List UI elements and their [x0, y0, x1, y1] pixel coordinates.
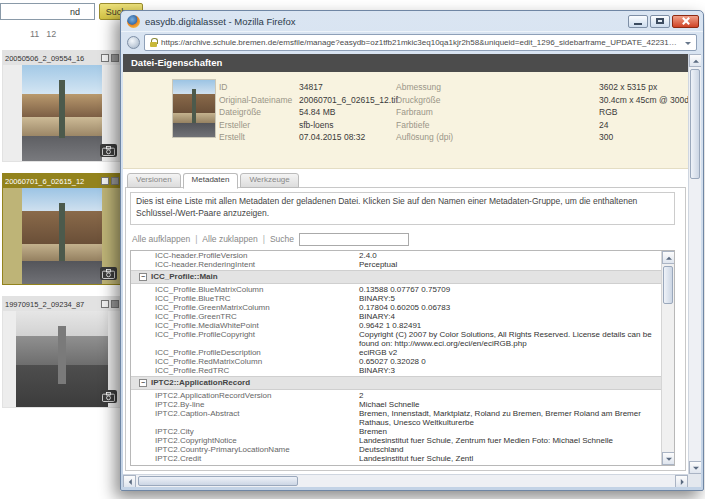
metadata-value: BINARY:3	[359, 366, 661, 375]
file-info-row: Dateigröße54.84 MB	[219, 106, 398, 119]
item-photo[interactable]	[3, 65, 121, 161]
scroll-right-button[interactable]	[675, 475, 688, 487]
minimize-button[interactable]	[628, 15, 648, 28]
file-info-row: Druckgröße30.4cm x 45cm @ 300dpi	[396, 94, 696, 107]
search-input[interactable]	[0, 3, 95, 20]
scroll-up-button[interactable]	[689, 54, 701, 67]
item-photo[interactable]	[3, 311, 121, 407]
site-identity-icon[interactable]	[127, 36, 140, 49]
metadata-description: Dies ist eine Liste mit allen Metadaten …	[130, 192, 675, 225]
scroll-down-button[interactable]	[662, 452, 675, 465]
metadata-row: ICC_Profile.ProfileCopyrightCopyright (C…	[131, 330, 661, 348]
metadata-group-header[interactable]: −IPTC2::ApplicationRecord	[131, 376, 661, 390]
page-link-11[interactable]: 11	[30, 29, 39, 39]
metadata-value: Landesinstitut fuer Schule, Zentl	[359, 454, 661, 463]
info-label: Auflösung (dpi)	[396, 131, 599, 144]
info-label: Farbraum	[396, 106, 599, 119]
metadata-key: ICC-header.ProfileVersion	[131, 251, 359, 260]
add-to-selection-icon[interactable]	[101, 54, 109, 62]
info-label: Abmessung	[396, 81, 599, 94]
metadata-row: ICC-header.RenderingIntentPerceptual	[131, 260, 661, 269]
camera-icon[interactable]	[100, 390, 117, 403]
tab-werkzeuge[interactable]: Werkzeuge	[240, 173, 298, 188]
url-text: https://archive.schule.bremen.de/emsfile…	[161, 38, 681, 47]
metadata-group-header[interactable]: −ICC_Profile::Main	[131, 270, 661, 284]
tab-versionen[interactable]: Versionen	[127, 173, 181, 188]
file-info-row: FarbraumRGB	[396, 106, 696, 119]
checkbox-icon[interactable]	[111, 300, 119, 308]
collapse-icon[interactable]: −	[139, 273, 147, 281]
close-button[interactable]	[672, 15, 699, 28]
dialog-title: Datei-Eigenschaften	[123, 54, 688, 72]
scrollbar-thumb[interactable]	[138, 476, 298, 486]
tab-metadaten[interactable]: Metadaten	[183, 173, 239, 189]
checkbox-icon[interactable]	[111, 177, 119, 185]
metadata-row: ICC_Profile.RedMatrixColumn0.65027 0.320…	[131, 357, 661, 366]
info-value: 3602 x 5315 px	[599, 81, 657, 94]
scroll-down-button[interactable]	[689, 461, 701, 474]
metadata-row: ICC_Profile.BlueMatrixColumn0.13588 0.07…	[131, 285, 661, 294]
group-name: IPTC2::ApplicationRecord	[151, 377, 250, 389]
camera-glyph	[102, 146, 115, 156]
metadata-row: ICC_Profile.RedTRCBINARY:3	[131, 366, 661, 375]
url-dropdown-icon[interactable]	[685, 42, 691, 48]
metadata-search-input[interactable]	[299, 233, 409, 246]
maximize-icon	[656, 18, 664, 24]
info-value: 34817	[299, 81, 323, 94]
gallery-list: 20050506_2_09554_1620060701_6_02615_1219…	[2, 50, 122, 419]
gallery-item[interactable]: 19970915_2_09234_87	[2, 296, 122, 408]
metadata-key: IPTC2.Credit	[131, 454, 359, 463]
page-vertical-scrollbar[interactable]	[688, 54, 701, 474]
metadata-row: IPTC2.By-lineMichael Schnelle	[131, 400, 661, 409]
metadata-key: IPTC2.CopyrightNotice	[131, 436, 359, 445]
metadata-key: ICC_Profile.GreenMatrixColumn	[131, 303, 359, 312]
metadata-key: ICC_Profile.RedMatrixColumn	[131, 357, 359, 366]
metadata-value: Deutschland	[359, 445, 661, 454]
metadata-row: ICC_Profile.GreenMatrixColumn0.17804 0.6…	[131, 303, 661, 312]
scrollbar-thumb[interactable]	[690, 69, 700, 179]
file-info-row: Original-Dateiname20060701_6_02615_12.ti…	[219, 94, 398, 107]
item-photo[interactable]	[3, 188, 121, 284]
scroll-up-button[interactable]	[662, 251, 675, 264]
scroll-left-button[interactable]	[123, 475, 136, 487]
metadata-row: ICC_Profile.MediaWhitePoint0.9642 1 0.82…	[131, 321, 661, 330]
url-input[interactable]: https://archive.schule.bremen.de/emsfile…	[144, 34, 697, 51]
window-titlebar[interactable]: easydb.digitalasset - Mozilla Firefox	[121, 11, 703, 31]
info-value: 07.04.2015 08:32	[299, 131, 365, 144]
gallery-item[interactable]: 20060701_6_02615_12	[2, 173, 122, 285]
scrollbar-corner	[688, 474, 701, 487]
maximize-button[interactable]	[650, 15, 670, 28]
collapse-all-link[interactable]: Alle zuklappen	[202, 234, 257, 244]
metadata-controls: Alle aufklappen | Alle zuklappen | Suche	[132, 232, 409, 246]
file-info-row: Erstellt07.04.2015 08:32	[219, 131, 398, 144]
item-label: 20060701_6_02615_12	[5, 177, 99, 186]
metadata-scrollbar[interactable]	[661, 251, 674, 465]
file-info-col-left: ID34817Original-Dateiname20060701_6_0261…	[219, 81, 398, 144]
metadata-row: IPTC2.Caption-AbstractBremen, Innenstadt…	[131, 409, 661, 427]
metadata-row: IPTC2.CopyrightNoticeLandesinstitut fuer…	[131, 436, 661, 445]
metadata-value: Landesinstitut fuer Schule, Zentrum fuer…	[359, 436, 661, 445]
metadata-key: ICC_Profile.BlueTRC	[131, 294, 359, 303]
collapse-icon[interactable]: −	[139, 379, 147, 387]
metadata-value: 0.17804 0.60205 0.06783	[359, 303, 661, 312]
add-to-selection-icon[interactable]	[101, 300, 109, 308]
camera-icon[interactable]	[100, 267, 117, 280]
checkbox-icon[interactable]	[111, 54, 119, 62]
page-link-12[interactable]: 12	[46, 29, 56, 39]
item-label: 19970915_2_09234_87	[5, 300, 99, 309]
scrollbar-thumb[interactable]	[663, 266, 673, 304]
metadata-key: IPTC2.By-line	[131, 400, 359, 409]
metadata-box: ICC-header.ProfileVersion2.4.0ICC-header…	[130, 250, 675, 466]
photo-thumbnail	[16, 311, 108, 407]
expand-all-link[interactable]: Alle aufklappen	[132, 234, 190, 244]
page-horizontal-scrollbar[interactable]	[123, 474, 688, 487]
item-title-bar: 19970915_2_09234_87	[3, 297, 121, 311]
info-value: 30.4cm x 45cm @ 300dpi	[599, 94, 696, 107]
add-to-selection-icon[interactable]	[101, 177, 109, 185]
gallery-item[interactable]: 20050506_2_09554_16	[2, 50, 122, 162]
metadata-row: IPTC2.DateCreated2006.07.01	[131, 463, 661, 465]
page-content: Datei-Eigenschaften ID34817Original-Date…	[123, 54, 701, 487]
camera-icon[interactable]	[100, 144, 117, 157]
photo-thumbnail	[22, 65, 102, 161]
metadata-key: IPTC2.Caption-Abstract	[131, 409, 359, 427]
